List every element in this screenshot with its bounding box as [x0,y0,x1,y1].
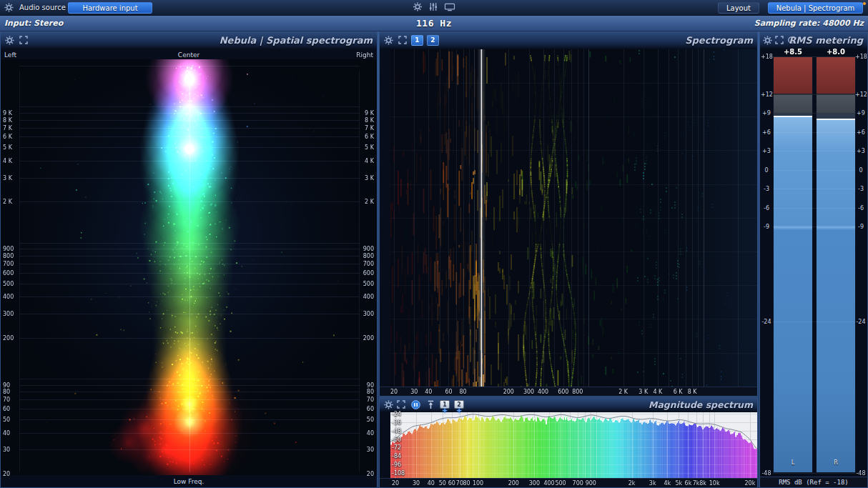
spatial-spectrogram-panel: Nebula | Spatial spectrogram Left Center… [0,31,378,488]
spatial-fullscreen-icon[interactable] [19,36,28,44]
spatial-freq-tick: 900 [3,246,14,252]
magnitude-freq-tick: 5k [676,480,683,487]
spatial-freq-tick: 70 [3,397,10,403]
pause-button-icon[interactable] [411,400,420,409]
spatial-freq-tick: 700 [3,261,14,267]
spectrogram-fullscreen-icon[interactable] [398,36,407,44]
spatial-freq-tick: 2 K [365,199,374,205]
sampling-rate-label: Sampling rate: 48000 Hz [754,19,864,28]
spatial-bottom-label: Low Freq. [174,478,204,485]
spatial-freq-tick: 90 [367,382,374,388]
topbar-center-icons [413,2,455,11]
hardware-input-button[interactable]: Hardware input [68,2,152,14]
spectrogram-settings-gear-icon[interactable] [384,36,393,45]
spectrogram-view-1-button[interactable]: 1 [411,35,423,46]
rms-scale-tick: +12 [855,91,867,97]
rms-meter-right: R [816,56,856,473]
magnitude-spectrum-panel: 1 2 + + Magnitude spectrum 2030405060708… [379,397,758,488]
spatial-freq-tick: 6 K [3,134,12,140]
rms-scale-tick: -24 [761,318,772,324]
audio-source-label: Audio source [19,4,66,11]
magnitude-db-tick: -36 [392,419,401,425]
rms-scale-line [773,473,856,474]
magnitude-freq-tick: 60 [448,480,455,487]
rms-scale-line [773,189,856,189]
rms-scale-tick: +9 [761,110,772,116]
magnitude-freq-tick: 400 [543,480,554,487]
spectrogram-freq-tick: 3 K [638,389,648,395]
magnitude-freq-tick: 200 [508,480,519,487]
rms-scale-tick: 0 [761,166,772,173]
magnitude-settings-gear-icon[interactable] [384,400,393,409]
spatial-freq-tick: 60 [3,406,10,412]
rms-scale-line [773,94,856,95]
magnitude-freq-tick: 3k [649,480,656,487]
spatial-panel-title: Nebula | Spatial spectrogram [220,35,373,46]
rms-scale-tick: +6 [761,129,772,135]
magnitude-freq-tick: 80 [463,480,470,487]
spatial-freq-tick: 900 [363,246,374,252]
magnitude-add-1-icon[interactable]: + [442,407,448,414]
spatial-freq-tick: 7 K [365,124,374,131]
spatial-settings-gear-icon[interactable] [5,36,14,45]
spectrogram-panel: 1 2 Spectrogram 203040608020030040060080… [379,31,758,397]
settings-gear-icon[interactable] [413,2,423,11]
rms-scale-tick: -48 [761,469,772,476]
rms-panel-title: RMS metering [789,35,863,46]
spatial-freq-tick: 50 [3,417,10,423]
magnitude-freq-tick: 20 [392,480,399,487]
spatial-freq-tick: 6 K [365,134,374,140]
spatial-freq-tick: 800 [363,252,374,259]
magnitude-freq-tick: 8k [699,480,706,487]
magnitude-freq-tick: 2k [628,480,636,487]
rms-metering-panel: RMS metering RMS dB (Ref = -18) +18+18+1… [759,31,868,488]
spectrogram-freq-tick: 30 [410,389,418,395]
magnitude-freq-tick: 20k [744,480,755,487]
spatial-freq-tick: 600 [3,269,14,276]
spectrogram-freq-tick: 60 [445,389,452,395]
app-root: Audio source Hardware input Layout Nebul… [0,0,868,488]
rms-fullscreen-icon[interactable] [775,36,784,44]
magnitude-panel-title: Magnitude spectrum [648,399,753,410]
magnitude-freq-tick: 4k [664,480,671,487]
magnitude-db-tick: -72 [392,444,401,451]
rms-scale-tick: -9 [855,224,867,230]
status-bar: Input: Stereo 116 Hz Sampling rate: 4800… [0,16,868,31]
spectrogram-freq-tick: 400 [538,389,548,395]
pan-label-left: Left [4,51,16,59]
magnitude-db-tick: -108 [392,469,405,476]
magnitude-freq-tick: 300 [529,480,540,487]
magnitude-add-2-icon[interactable]: + [456,407,462,414]
spatial-freq-tick: 2 K [3,199,12,205]
settings-gear-icon[interactable] [4,3,14,12]
spectrogram-freq-tick: 200 [503,389,514,395]
spatial-freq-tick: 40 [3,429,10,436]
magnitude-freq-tick: 50 [439,480,446,487]
spatial-freq-tick: 20 [367,471,374,477]
rms-settings-gear-icon[interactable] [763,36,772,45]
spatial-spectrogram-display[interactable] [1,59,378,475]
magnitude-spectrum-display[interactable] [390,412,757,478]
spectrogram-freq-tick: 2 K [618,389,628,395]
spectrogram-frequency-axis: 20304060802003004006008002 K3 K4 K6 K8 K [380,387,757,397]
view-preset-button[interactable]: Nebula | Spectrogram [768,2,863,14]
monitor-icon[interactable] [445,3,455,11]
spatial-freq-tick: 9 K [3,109,12,116]
peak-hold-top-arrow-icon[interactable] [427,400,435,409]
rms-scale-tick: +3 [761,148,772,154]
spatial-freq-tick: 80 [367,389,374,395]
spatial-freq-tick: 200 [363,334,374,341]
rms-footer-label: RMS dB (Ref = -18) [760,477,867,487]
spatial-freq-tick: 5 K [3,144,12,151]
spectrogram-display[interactable] [390,49,757,387]
layout-button[interactable]: Layout [718,2,759,14]
spectrogram-view-2-button[interactable]: 2 [427,35,439,46]
magnitude-fullscreen-icon[interactable] [397,400,405,409]
pan-label-right: Right [356,51,373,59]
rms-scale-line [773,322,856,322]
magnitude-db-tick: -84 [392,453,401,459]
rms-scale-tick: +9 [855,110,867,116]
rms-scale-line [773,151,856,151]
spatial-freq-tick: 60 [367,406,374,412]
sliders-icon[interactable] [429,2,438,11]
